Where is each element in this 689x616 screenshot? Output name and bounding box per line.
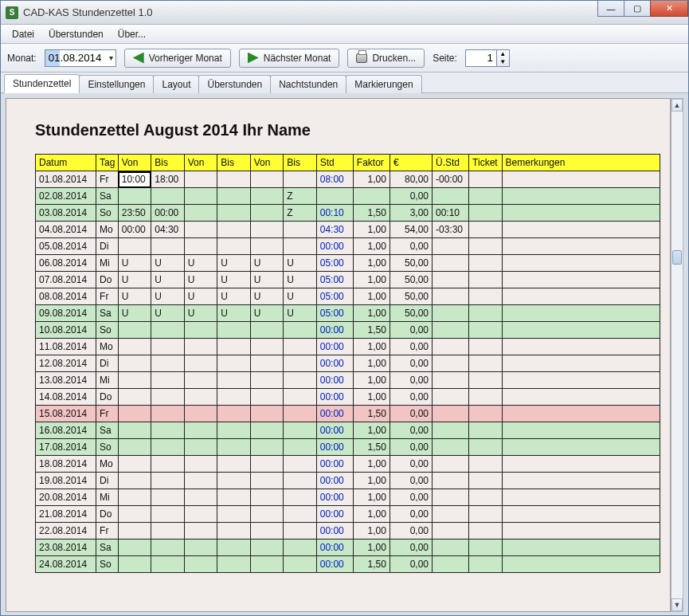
table-cell[interactable] — [433, 322, 469, 339]
table-cell[interactable]: 17.08.2014 — [36, 439, 96, 456]
table-cell[interactable] — [184, 205, 217, 222]
table-cell[interactable] — [469, 238, 503, 255]
table-cell[interactable] — [250, 523, 284, 539]
table-cell[interactable]: 0,00 — [390, 456, 432, 473]
table-cell[interactable] — [502, 339, 660, 355]
table-cell[interactable] — [502, 171, 660, 188]
table-cell[interactable]: 00:00 — [316, 556, 353, 573]
table-cell[interactable]: U — [217, 288, 251, 305]
table-cell[interactable]: 0,00 — [390, 238, 432, 255]
table-cell[interactable]: 0,00 — [390, 322, 432, 339]
column-header[interactable]: Std — [316, 155, 353, 171]
table-cell[interactable] — [250, 406, 284, 422]
table-cell[interactable]: 00:00 — [316, 372, 353, 389]
table-cell[interactable]: 13.08.2014 — [36, 372, 96, 389]
table-cell[interactable] — [433, 389, 469, 406]
table-cell[interactable] — [118, 523, 151, 539]
table-cell[interactable] — [217, 523, 251, 539]
tab-nachtstunden[interactable]: Nachtstunden — [270, 75, 346, 93]
table-cell[interactable] — [217, 556, 251, 573]
tab-überstunden[interactable]: Überstunden — [198, 75, 271, 93]
column-header[interactable]: Faktor — [353, 155, 390, 171]
table-cell[interactable] — [217, 489, 251, 506]
table-cell[interactable]: -00:00 — [433, 171, 469, 188]
table-cell[interactable] — [151, 339, 185, 355]
table-cell[interactable]: 0,00 — [390, 556, 432, 573]
table-cell[interactable]: Di — [96, 238, 119, 255]
table-cell[interactable]: 0,00 — [390, 473, 432, 489]
table-cell[interactable]: Di — [96, 473, 119, 489]
table-cell[interactable] — [250, 238, 284, 255]
table-cell[interactable]: 1,00 — [353, 222, 390, 238]
table-cell[interactable]: U — [151, 272, 185, 288]
table-cell[interactable]: 14.08.2014 — [36, 389, 96, 406]
month-input[interactable] — [45, 49, 116, 67]
table-cell[interactable] — [217, 456, 251, 473]
table-cell[interactable] — [184, 489, 217, 506]
tab-einstellungen[interactable]: Einstellungen — [79, 75, 154, 93]
table-cell[interactable] — [433, 372, 469, 389]
table-cell[interactable] — [151, 372, 185, 389]
table-cell[interactable]: 00:00 — [316, 339, 353, 355]
table-cell[interactable] — [151, 188, 185, 205]
table-cell[interactable] — [469, 489, 503, 506]
table-cell[interactable]: 0,00 — [390, 422, 432, 439]
table-cell[interactable]: 18.08.2014 — [36, 456, 96, 473]
table-cell[interactable] — [469, 456, 503, 473]
table-cell[interactable]: 04.08.2014 — [36, 222, 96, 238]
table-cell[interactable]: U — [284, 305, 317, 322]
table-cell[interactable] — [469, 272, 503, 288]
table-cell[interactable]: 0,00 — [390, 523, 432, 539]
table-cell[interactable] — [469, 539, 503, 556]
table-cell[interactable] — [469, 389, 503, 406]
table-cell[interactable] — [502, 288, 660, 305]
table-cell[interactable] — [469, 473, 503, 489]
table-cell[interactable]: 1,00 — [353, 422, 390, 439]
close-button[interactable]: ✕ — [650, 1, 688, 17]
table-cell[interactable] — [284, 389, 317, 406]
table-cell[interactable] — [217, 339, 251, 355]
table-cell[interactable]: Sa — [96, 422, 119, 439]
table-cell[interactable] — [151, 473, 185, 489]
column-header[interactable]: Ticket — [469, 155, 503, 171]
table-cell[interactable] — [118, 322, 151, 339]
scroll-thumb[interactable] — [672, 250, 682, 265]
table-cell[interactable]: 0,00 — [390, 339, 432, 355]
table-cell[interactable] — [469, 222, 503, 238]
table-cell[interactable] — [250, 322, 284, 339]
table-cell[interactable] — [217, 506, 251, 523]
table-cell[interactable]: 0,00 — [390, 506, 432, 523]
table-cell[interactable]: 1,50 — [353, 322, 390, 339]
table-cell[interactable] — [502, 422, 660, 439]
table-cell[interactable] — [469, 205, 503, 222]
table-cell[interactable]: U — [118, 288, 151, 305]
table-cell[interactable]: 1,00 — [353, 355, 390, 372]
table-cell[interactable] — [118, 238, 151, 255]
table-cell[interactable]: U — [118, 255, 151, 272]
menu-item-ber[interactable]: Über... — [112, 27, 152, 41]
table-cell[interactable]: 00:00 — [316, 539, 353, 556]
table-cell[interactable]: 00:00 — [316, 439, 353, 456]
table-cell[interactable] — [184, 339, 217, 355]
table-cell[interactable]: 1,00 — [353, 272, 390, 288]
table-cell[interactable] — [433, 288, 469, 305]
table-cell[interactable] — [502, 372, 660, 389]
column-header[interactable]: Von — [250, 155, 284, 171]
table-cell[interactable]: 1,00 — [353, 539, 390, 556]
table-cell[interactable] — [151, 539, 185, 556]
column-header[interactable]: Bis — [151, 155, 185, 171]
table-cell[interactable]: Mi — [96, 489, 119, 506]
table-cell[interactable] — [217, 222, 251, 238]
table-cell[interactable] — [469, 556, 503, 573]
table-cell[interactable] — [217, 473, 251, 489]
table-cell[interactable] — [502, 255, 660, 272]
table-cell[interactable]: 00:00 — [316, 238, 353, 255]
table-cell[interactable] — [118, 489, 151, 506]
table-cell[interactable] — [502, 188, 660, 205]
table-cell[interactable]: Do — [96, 389, 119, 406]
table-cell[interactable] — [502, 523, 660, 539]
table-cell[interactable]: 50,00 — [390, 272, 432, 288]
table-cell[interactable] — [151, 523, 185, 539]
table-cell[interactable] — [118, 372, 151, 389]
table-cell[interactable] — [469, 439, 503, 456]
